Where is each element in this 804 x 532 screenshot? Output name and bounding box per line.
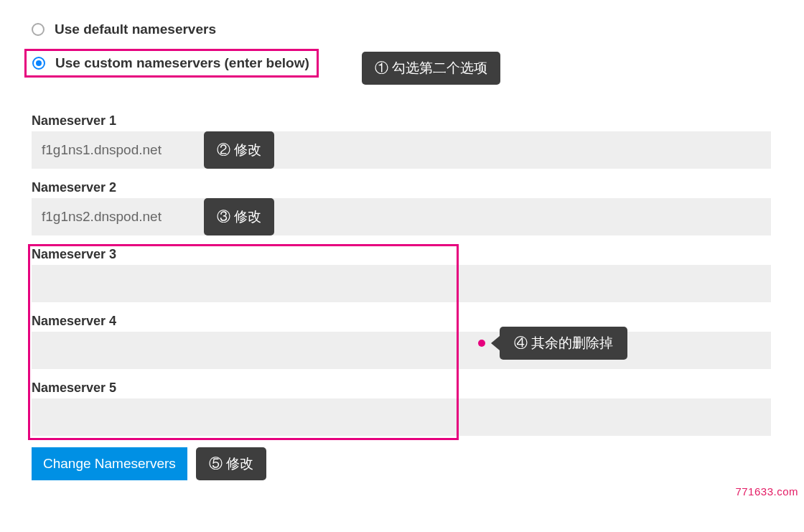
nameserver-2-input[interactable] xyxy=(32,198,771,235)
nameserver-4-label: Nameserver 4 xyxy=(32,314,804,329)
annotation-step-5: ⑤ 修改 xyxy=(196,447,266,480)
change-nameservers-button[interactable]: Change Nameservers xyxy=(32,447,187,480)
nameserver-3-label: Nameserver 3 xyxy=(32,247,804,262)
nameserver-2-item: Nameserver 2 ③ 修改 xyxy=(32,180,804,235)
watermark-text: 771633.com xyxy=(735,485,798,498)
nameserver-5-item: Nameserver 5 xyxy=(32,381,804,436)
nameserver-5-input[interactable] xyxy=(32,398,771,436)
annotation-step-1: ① 勾选第二个选项 xyxy=(362,52,500,85)
nameserver-4-item: Nameserver 4 xyxy=(32,314,804,369)
radio-custom-nameservers[interactable]: Use custom nameservers (enter below) xyxy=(24,49,319,78)
nameserver-5-label: Nameserver 5 xyxy=(32,381,804,396)
nameserver-1-input[interactable] xyxy=(32,131,771,169)
annotation-step-2: ② 修改 xyxy=(204,131,274,169)
radio-icon-checked xyxy=(32,57,45,70)
annotation-step-3: ③ 修改 xyxy=(204,198,274,235)
nameserver-2-label: Nameserver 2 xyxy=(32,180,804,195)
callout-dot-icon xyxy=(478,340,485,347)
radio-default-label: Use default nameservers xyxy=(55,22,216,37)
nameserver-3-item: Nameserver 3 xyxy=(32,247,804,302)
nameserver-1-item: Nameserver 1 ② 修改 xyxy=(32,113,804,169)
nameserver-3-input[interactable] xyxy=(32,265,771,302)
radio-default-nameservers[interactable]: Use default nameservers xyxy=(32,22,804,37)
annotation-step-4: ④ 其余的删除掉 xyxy=(478,327,627,360)
nameservers-section: Nameserver 1 ② 修改 Nameserver 2 ③ 修改 Name… xyxy=(32,113,804,436)
nameserver-4-input[interactable] xyxy=(32,332,771,369)
annotation-step-4-label: ④ 其余的删除掉 xyxy=(500,327,627,360)
radio-custom-label: Use custom nameservers (enter below) xyxy=(55,55,309,71)
radio-icon xyxy=(32,23,45,36)
nameserver-1-label: Nameserver 1 xyxy=(32,113,804,129)
